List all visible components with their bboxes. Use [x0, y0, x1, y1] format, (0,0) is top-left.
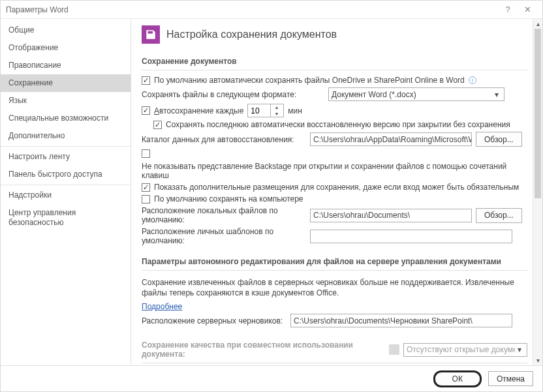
link-more[interactable]: Подробнее [142, 302, 182, 311]
sidebar-item-language[interactable]: Язык [1, 92, 131, 110]
section-save-documents: Сохранение документов [142, 52, 527, 70]
page-heading: Настройка сохранения документов [142, 25, 527, 44]
chevron-down-icon: ▾ [515, 345, 524, 354]
chevron-down-icon: ▾ [492, 90, 501, 99]
combo-document[interactable]: Отсутствуют открытые документы ▾ [403, 343, 527, 357]
chk-show-additional[interactable] [142, 183, 150, 192]
chk-keep-last-version[interactable] [153, 121, 162, 129]
lbl-show-additional: Показать дополнительные размещения для с… [154, 183, 519, 192]
sidebar-item-general[interactable]: Общие [1, 22, 131, 39]
cancel-button[interactable]: Отмена [488, 371, 533, 386]
btn-browse-autorecover[interactable]: Обзор... [476, 132, 522, 147]
lbl-save-format: Сохранять файлы в следующем формате: [142, 90, 324, 99]
sidebar-item-proofing[interactable]: Правописание [1, 57, 131, 74]
ok-button[interactable]: ОК [433, 370, 482, 387]
lbl-templates-path: Расположение личных шаблонов по умолчани… [142, 227, 306, 245]
help-icon[interactable]: ? [498, 5, 518, 14]
spin-up-icon[interactable]: ▲ [271, 104, 282, 111]
close-icon[interactable]: ✕ [518, 5, 537, 14]
lbl-local-path: Расположение локальных файлов по умолчан… [142, 206, 306, 224]
txt-local-path[interactable]: C:\Users\ohrau\Documents\ [310, 209, 472, 222]
sidebar-item-trust-center[interactable]: Центр управления безопасностью [1, 204, 131, 232]
sidebar-item-save[interactable]: Сохранение [1, 74, 131, 92]
txt-drafts-path[interactable]: C:\Users\ohrau\Documents\Черновики Share… [290, 314, 512, 327]
page-title: Настройка сохранения документов [166, 29, 337, 40]
info-icon[interactable]: i [469, 76, 476, 84]
save-floppy-icon [142, 25, 160, 44]
btn-browse-local[interactable]: Обзор... [476, 208, 522, 223]
section-quality: Сохранение качества при совместном испол… [142, 335, 527, 363]
combo-save-format[interactable]: Документ Word (*.docx) ▾ [328, 87, 504, 101]
section-offline: Параметры автономного редактирования для… [142, 252, 527, 271]
lbl-autosave-unit: мин [288, 106, 302, 115]
lbl-no-backstage: Не показывать представление Backstage пр… [142, 162, 527, 180]
spin-autosave-minutes[interactable]: ▲▼ [247, 104, 284, 117]
sidebar-item-advanced[interactable]: Дополнительно [1, 127, 131, 145]
scroll-thumb[interactable] [535, 29, 541, 198]
chk-autosave-cloud[interactable] [142, 76, 150, 85]
window-title: Параметры Word [6, 5, 498, 14]
sidebar-item-accessibility[interactable]: Специальные возможности [1, 110, 131, 127]
chk-default-local[interactable] [142, 195, 150, 204]
main-panel: Настройка сохранения документов Сохранен… [131, 19, 542, 365]
document-icon [389, 344, 399, 355]
category-sidebar: Общие Отображение Правописание Сохранени… [1, 19, 131, 365]
offline-note: Сохранение извлеченных файлов в серверны… [142, 276, 527, 299]
chk-autosave-each[interactable] [142, 106, 150, 115]
spin-down-icon[interactable]: ▼ [271, 111, 282, 117]
vertical-scrollbar[interactable]: ▴ ▾ [533, 19, 542, 365]
lbl-keep-last-version: Сохранять последнюю автоматически восста… [166, 120, 510, 129]
chk-no-backstage[interactable] [142, 149, 150, 158]
sidebar-item-customize-ribbon[interactable]: Настроить ленту [1, 148, 131, 166]
dialog-footer: ОК Отмена [1, 365, 542, 391]
lbl-default-local: По умолчанию сохранять на компьютере [154, 194, 303, 204]
sidebar-item-qat[interactable]: Панель быстрого доступа [1, 166, 131, 183]
scroll-up-icon[interactable]: ▴ [533, 19, 542, 29]
sidebar-item-addins[interactable]: Надстройки [1, 187, 131, 204]
scroll-down-icon[interactable]: ▾ [533, 355, 542, 365]
lbl-autorecover-path: Каталог данных для автовосстановления: [142, 135, 306, 144]
txt-templates-path[interactable] [310, 230, 512, 243]
word-options-dialog: Параметры Word ? ✕ Общие Отображение Пра… [0, 0, 543, 392]
lbl-autosave-cloud: По умолчанию автоматически сохранять фай… [154, 76, 465, 85]
sidebar-item-display[interactable]: Отображение [1, 39, 131, 57]
lbl-drafts-path: Расположение серверных черновиков: [142, 316, 287, 325]
autosave-minutes-input[interactable] [248, 104, 270, 117]
lbl-autosave-each: Автосохранение каждые [154, 106, 243, 115]
titlebar: Параметры Word ? ✕ [1, 1, 542, 19]
txt-autorecover-path[interactable]: C:\Users\ohrau\AppData\Roaming\Microsoft… [310, 132, 472, 146]
